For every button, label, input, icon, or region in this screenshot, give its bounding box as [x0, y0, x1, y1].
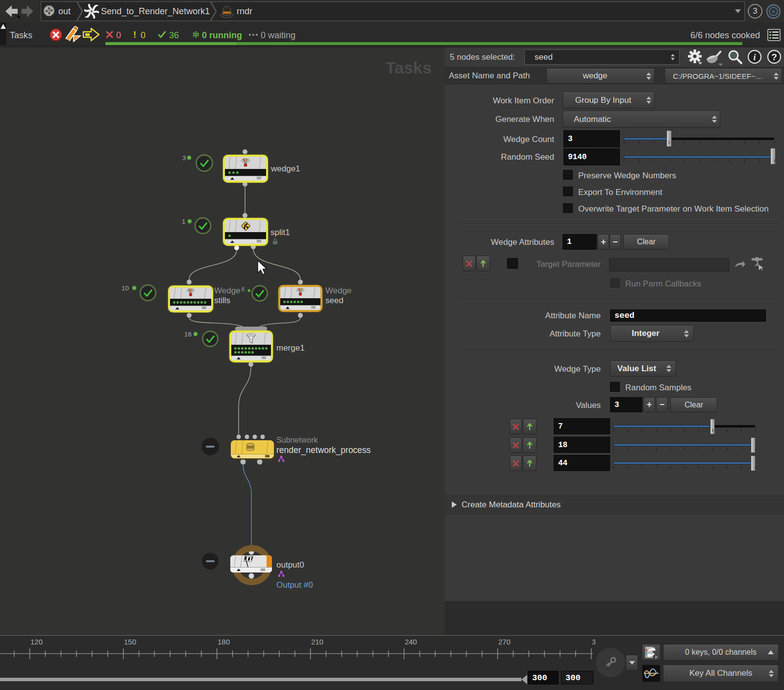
svg-text:10: 10: [122, 285, 129, 292]
svg-text:120: 120: [30, 638, 43, 646]
svg-text:150: 150: [124, 638, 136, 646]
svg-text:210: 210: [311, 638, 323, 646]
svg-text:300: 300: [592, 638, 595, 646]
svg-text:16: 16: [184, 331, 192, 338]
svg-text:180: 180: [218, 638, 230, 646]
svg-text:?: ?: [771, 52, 777, 62]
svg-text:1: 1: [182, 218, 186, 225]
svg-text:3: 3: [182, 154, 186, 162]
svg-text:270: 270: [498, 638, 511, 646]
svg-text:i: i: [753, 52, 756, 62]
svg-text:240: 240: [405, 638, 417, 646]
